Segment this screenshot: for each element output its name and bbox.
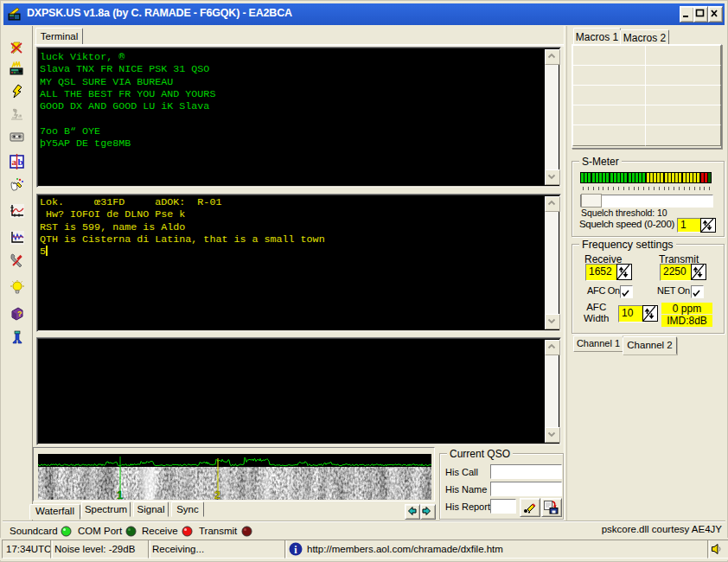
svg-text:1: 1	[117, 489, 123, 500]
svg-text:2: 2	[214, 489, 220, 500]
svg-text:a: a	[12, 156, 17, 167]
svg-text:b: b	[18, 156, 23, 167]
svg-text:?: ?	[17, 310, 22, 318]
